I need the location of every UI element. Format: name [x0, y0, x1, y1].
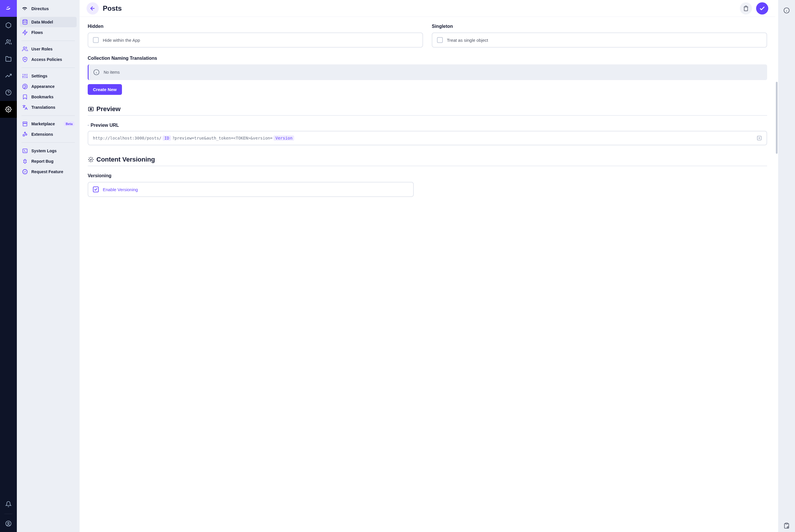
svg-point-19	[23, 84, 28, 89]
url-text-1: http://localhost:3000/posts/	[93, 136, 161, 140]
svg-point-8	[23, 47, 25, 49]
sidebar-item-label: Translations	[31, 105, 55, 110]
hidden-checkbox[interactable]: Hide within the App	[88, 33, 423, 48]
svg-point-9	[24, 59, 25, 60]
sidebar-item-label: Settings	[31, 74, 47, 78]
sidebar-item-system-logs[interactable]: System Logs	[20, 146, 77, 156]
scrollbar-thumb[interactable]	[776, 82, 778, 154]
sidebar-item-label: User Roles	[31, 47, 53, 51]
sidebar-item-label: Extensions	[31, 132, 53, 137]
svg-point-32	[91, 109, 91, 109]
singleton-checkbox-label: Treat as single object	[447, 38, 488, 43]
svg-point-0	[7, 40, 9, 42]
verified-icon	[22, 169, 28, 175]
save-button[interactable]	[756, 2, 768, 15]
rail-settings[interactable]	[0, 101, 17, 118]
preview-heading-text: Preview	[96, 105, 121, 113]
preview-icon	[88, 106, 94, 112]
sidebar-item-extensions[interactable]: Extensions	[20, 129, 77, 139]
svg-rect-25	[24, 160, 26, 163]
no-items-text: No items	[104, 70, 120, 75]
enable-versioning-label: Enable Versioning	[103, 187, 138, 192]
versioning-label: Versioning	[88, 173, 414, 178]
users-icon	[22, 46, 28, 52]
add-variable-button[interactable]	[757, 135, 762, 141]
translate-icon	[22, 104, 28, 110]
sidebar-item-appearance[interactable]: Appearance	[20, 81, 77, 92]
svg-point-20	[24, 86, 24, 87]
sidebar-item-label: Flows	[31, 30, 43, 35]
shapes-icon	[22, 131, 28, 137]
checkbox-icon	[93, 37, 99, 43]
info-panel-button[interactable]	[778, 4, 795, 17]
sidebar-item-user-roles[interactable]: User Roles	[20, 44, 77, 54]
versioning-heading-text: Content Versioning	[96, 156, 155, 163]
bolt-icon	[22, 30, 28, 35]
no-items-banner: No items	[88, 64, 767, 80]
sidebar-item-report-bug[interactable]: Report Bug	[20, 156, 77, 167]
versioning-heading: Content Versioning	[88, 156, 767, 166]
enable-versioning-checkbox[interactable]: Enable Versioning	[88, 182, 414, 197]
hidden-label: Hidden	[88, 24, 423, 29]
bookmark-icon	[22, 94, 28, 100]
preview-url-label: Preview URL	[91, 123, 119, 128]
sidebar-item-flows[interactable]: Flows	[20, 27, 77, 38]
url-chip-id[interactable]: ID	[163, 135, 171, 141]
scrollbar[interactable]	[775, 0, 778, 532]
sidebar-header: Directus	[20, 0, 77, 17]
store-icon	[22, 121, 28, 127]
sidebar-item-translations[interactable]: Translations	[20, 102, 77, 113]
rail-notifications[interactable]	[0, 496, 17, 513]
svg-point-6	[23, 20, 27, 21]
database-icon	[22, 19, 28, 25]
sidebar-item-label: Bookmarks	[31, 95, 53, 99]
sidebar-item-label: Appearance	[31, 84, 55, 89]
hidden-checkbox-label: Hide within the App	[103, 38, 140, 43]
tune-icon	[22, 73, 28, 79]
sidebar-item-data-model[interactable]: Data Model	[20, 17, 77, 27]
sidebar-item-marketplace[interactable]: Marketplace Beta	[20, 119, 77, 129]
rail-insights[interactable]	[0, 67, 17, 84]
info-icon	[93, 69, 100, 75]
logo[interactable]	[0, 0, 17, 17]
palette-icon	[22, 83, 28, 89]
page-title: Posts	[103, 4, 122, 13]
create-new-button[interactable]: Create New	[88, 84, 122, 95]
checkbox-icon	[93, 187, 99, 192]
beta-badge: Beta	[64, 121, 74, 126]
revisions-panel-button[interactable]	[778, 519, 795, 532]
rail-account[interactable]	[0, 515, 17, 532]
sidebar-item-access-policies[interactable]: Access Policies	[20, 54, 77, 65]
delete-button[interactable]	[740, 2, 752, 15]
sidebar-item-label: Access Policies	[31, 57, 62, 62]
terminal-icon	[22, 148, 28, 154]
back-button[interactable]	[87, 2, 99, 15]
url-chip-version[interactable]: Version	[273, 135, 294, 141]
bug-icon	[22, 158, 28, 164]
rail-content[interactable]	[0, 17, 17, 34]
rail-help[interactable]	[0, 84, 17, 101]
sidebar-item-label: Report Bug	[31, 159, 53, 164]
svg-marker-7	[23, 30, 27, 35]
url-text-2: ?preview=true&auth_token=<TOKEN>&version…	[172, 136, 273, 140]
singleton-checkbox[interactable]: Treat as single object	[432, 33, 767, 48]
sidebar-item-label: Data Model	[31, 20, 53, 24]
sidebar-item-label: Marketplace	[31, 121, 55, 126]
svg-point-22	[26, 86, 26, 87]
sidebar-item-settings[interactable]: Settings	[20, 71, 77, 81]
svg-point-21	[25, 85, 25, 86]
sidebar-item-request-feature[interactable]: Request Feature	[20, 167, 77, 177]
sidebar-item-label: System Logs	[31, 149, 57, 153]
preview-heading: Preview	[88, 105, 767, 116]
sidebar-item-bookmarks[interactable]: Bookmarks	[20, 92, 77, 102]
checkbox-icon	[437, 37, 443, 43]
singleton-label: Singleton	[432, 24, 767, 29]
rail-users[interactable]	[0, 34, 17, 51]
svg-rect-39	[785, 523, 788, 524]
svg-point-3	[7, 109, 9, 110]
translations-label: Collection Naming Translations	[88, 56, 767, 61]
shield-icon	[22, 57, 28, 62]
change-indicator-dot	[88, 125, 89, 126]
rail-files[interactable]	[0, 51, 17, 67]
preview-url-input[interactable]: http://localhost:3000/posts/ ID ?preview…	[88, 131, 767, 145]
